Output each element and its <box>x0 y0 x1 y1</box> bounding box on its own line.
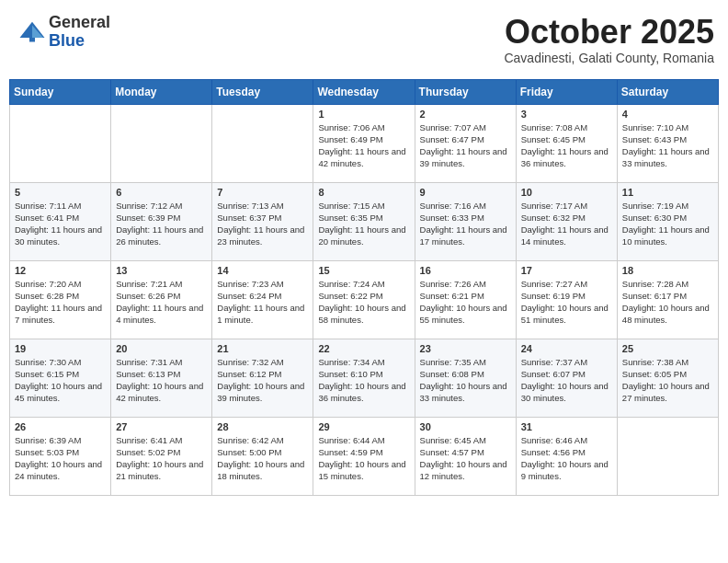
day-info: Sunrise: 7:23 AM Sunset: 6:24 PM Dayligh… <box>217 278 309 327</box>
calendar-day-cell: 1Sunrise: 7:06 AM Sunset: 6:49 PM Daylig… <box>313 104 415 182</box>
logo-general-text: General <box>49 14 110 32</box>
day-info: Sunrise: 7:08 AM Sunset: 6:45 PM Dayligh… <box>521 121 613 170</box>
day-info: Sunrise: 6:46 AM Sunset: 4:56 PM Dayligh… <box>521 434 613 483</box>
calendar-day-cell: 28Sunrise: 6:42 AM Sunset: 5:00 PM Dayli… <box>212 417 313 495</box>
day-number: 19 <box>15 343 107 354</box>
calendar-day-cell: 8Sunrise: 7:15 AM Sunset: 6:35 PM Daylig… <box>313 182 415 260</box>
day-number: 25 <box>622 343 714 354</box>
day-info: Sunrise: 6:45 AM Sunset: 4:57 PM Dayligh… <box>420 434 512 483</box>
logo-text: General Blue <box>49 14 110 51</box>
calendar-day-cell: 5Sunrise: 7:11 AM Sunset: 6:41 PM Daylig… <box>10 182 111 260</box>
day-info: Sunrise: 6:42 AM Sunset: 5:00 PM Dayligh… <box>217 434 309 483</box>
day-number: 1 <box>318 109 410 120</box>
day-number: 30 <box>420 421 512 432</box>
day-number: 22 <box>318 343 410 354</box>
calendar-day-cell: 20Sunrise: 7:31 AM Sunset: 6:13 PM Dayli… <box>111 339 212 417</box>
calendar-week-row: 19Sunrise: 7:30 AM Sunset: 6:15 PM Dayli… <box>10 339 719 417</box>
day-info: Sunrise: 7:21 AM Sunset: 6:26 PM Dayligh… <box>116 278 208 327</box>
calendar-day-cell: 2Sunrise: 7:07 AM Sunset: 6:47 PM Daylig… <box>415 104 516 182</box>
calendar-day-header: Sunday <box>10 79 111 104</box>
day-info: Sunrise: 7:15 AM Sunset: 6:35 PM Dayligh… <box>318 200 410 248</box>
day-info: Sunrise: 7:31 AM Sunset: 6:13 PM Dayligh… <box>116 356 208 405</box>
calendar-day-cell: 26Sunrise: 6:39 AM Sunset: 5:03 PM Dayli… <box>10 417 111 495</box>
page-header: General Blue October 2025 Cavadinesti, G… <box>9 9 719 70</box>
svg-rect-3 <box>29 38 35 42</box>
day-info: Sunrise: 6:44 AM Sunset: 4:59 PM Dayligh… <box>318 434 410 483</box>
month-title: October 2025 <box>504 14 714 51</box>
calendar-day-header: Friday <box>516 79 617 104</box>
day-number: 6 <box>116 187 208 198</box>
day-number: 27 <box>116 421 208 432</box>
calendar-day-cell: 31Sunrise: 6:46 AM Sunset: 4:56 PM Dayli… <box>516 417 617 495</box>
calendar-day-cell: 14Sunrise: 7:23 AM Sunset: 6:24 PM Dayli… <box>212 260 313 339</box>
day-number: 2 <box>420 109 512 120</box>
day-info: Sunrise: 7:10 AM Sunset: 6:43 PM Dayligh… <box>622 121 714 170</box>
day-number: 4 <box>622 109 714 120</box>
calendar-day-cell: 13Sunrise: 7:21 AM Sunset: 6:26 PM Dayli… <box>111 260 212 339</box>
day-number: 20 <box>116 343 208 354</box>
day-info: Sunrise: 7:20 AM Sunset: 6:28 PM Dayligh… <box>15 278 107 327</box>
day-info: Sunrise: 6:41 AM Sunset: 5:02 PM Dayligh… <box>116 434 208 483</box>
title-block: October 2025 Cavadinesti, Galati County,… <box>504 14 714 65</box>
calendar-header-row: SundayMondayTuesdayWednesdayThursdayFrid… <box>10 79 719 104</box>
day-number: 26 <box>15 421 107 432</box>
day-number: 7 <box>217 187 309 198</box>
calendar-day-cell: 11Sunrise: 7:19 AM Sunset: 6:30 PM Dayli… <box>617 182 718 260</box>
calendar-day-cell: 27Sunrise: 6:41 AM Sunset: 5:02 PM Dayli… <box>111 417 212 495</box>
calendar-day-cell: 22Sunrise: 7:34 AM Sunset: 6:10 PM Dayli… <box>313 339 415 417</box>
calendar-day-cell: 23Sunrise: 7:35 AM Sunset: 6:08 PM Dayli… <box>415 339 516 417</box>
calendar-day-cell: 17Sunrise: 7:27 AM Sunset: 6:19 PM Dayli… <box>516 260 617 339</box>
calendar-day-cell: 4Sunrise: 7:10 AM Sunset: 6:43 PM Daylig… <box>617 104 718 182</box>
day-info: Sunrise: 7:17 AM Sunset: 6:32 PM Dayligh… <box>521 200 613 248</box>
day-number: 29 <box>318 421 410 432</box>
location-text: Cavadinesti, Galati County, Romania <box>504 51 714 65</box>
calendar-day-cell: 29Sunrise: 6:44 AM Sunset: 4:59 PM Dayli… <box>313 417 415 495</box>
day-number: 15 <box>318 265 410 276</box>
logo-icon <box>18 18 46 46</box>
day-info: Sunrise: 7:34 AM Sunset: 6:10 PM Dayligh… <box>318 356 410 405</box>
calendar-day-cell: 30Sunrise: 6:45 AM Sunset: 4:57 PM Dayli… <box>415 417 516 495</box>
day-number: 16 <box>420 265 512 276</box>
day-number: 11 <box>622 187 714 198</box>
day-number: 14 <box>217 265 309 276</box>
calendar-day-header: Thursday <box>415 79 516 104</box>
day-info: Sunrise: 6:39 AM Sunset: 5:03 PM Dayligh… <box>15 434 107 483</box>
calendar-day-cell: 10Sunrise: 7:17 AM Sunset: 6:32 PM Dayli… <box>516 182 617 260</box>
calendar-day-header: Saturday <box>617 79 718 104</box>
day-info: Sunrise: 7:26 AM Sunset: 6:21 PM Dayligh… <box>420 278 512 327</box>
day-info: Sunrise: 7:19 AM Sunset: 6:30 PM Dayligh… <box>622 200 714 248</box>
logo: General Blue <box>18 14 110 51</box>
calendar-day-cell: 9Sunrise: 7:16 AM Sunset: 6:33 PM Daylig… <box>415 182 516 260</box>
day-number: 21 <box>217 343 309 354</box>
day-number: 9 <box>420 187 512 198</box>
calendar-empty-cell <box>212 104 313 182</box>
calendar-empty-cell <box>617 417 718 495</box>
day-info: Sunrise: 7:24 AM Sunset: 6:22 PM Dayligh… <box>318 278 410 327</box>
calendar-day-cell: 18Sunrise: 7:28 AM Sunset: 6:17 PM Dayli… <box>617 260 718 339</box>
calendar-week-row: 12Sunrise: 7:20 AM Sunset: 6:28 PM Dayli… <box>10 260 719 339</box>
calendar-day-cell: 15Sunrise: 7:24 AM Sunset: 6:22 PM Dayli… <box>313 260 415 339</box>
day-number: 31 <box>521 421 613 432</box>
calendar-day-cell: 16Sunrise: 7:26 AM Sunset: 6:21 PM Dayli… <box>415 260 516 339</box>
calendar-table: SundayMondayTuesdayWednesdayThursdayFrid… <box>9 79 719 496</box>
day-info: Sunrise: 7:16 AM Sunset: 6:33 PM Dayligh… <box>420 200 512 248</box>
day-number: 13 <box>116 265 208 276</box>
calendar-week-row: 1Sunrise: 7:06 AM Sunset: 6:49 PM Daylig… <box>10 104 719 182</box>
day-number: 8 <box>318 187 410 198</box>
day-info: Sunrise: 7:30 AM Sunset: 6:15 PM Dayligh… <box>15 356 107 405</box>
day-number: 23 <box>420 343 512 354</box>
calendar-week-row: 5Sunrise: 7:11 AM Sunset: 6:41 PM Daylig… <box>10 182 719 260</box>
calendar-day-cell: 7Sunrise: 7:13 AM Sunset: 6:37 PM Daylig… <box>212 182 313 260</box>
calendar-day-cell: 21Sunrise: 7:32 AM Sunset: 6:12 PM Dayli… <box>212 339 313 417</box>
day-info: Sunrise: 7:38 AM Sunset: 6:05 PM Dayligh… <box>622 356 714 405</box>
calendar-empty-cell <box>111 104 212 182</box>
day-info: Sunrise: 7:06 AM Sunset: 6:49 PM Dayligh… <box>318 121 410 170</box>
day-info: Sunrise: 7:12 AM Sunset: 6:39 PM Dayligh… <box>116 200 208 248</box>
calendar-week-row: 26Sunrise: 6:39 AM Sunset: 5:03 PM Dayli… <box>10 417 719 495</box>
calendar-day-header: Monday <box>111 79 212 104</box>
day-number: 18 <box>622 265 714 276</box>
calendar-day-header: Wednesday <box>313 79 415 104</box>
day-info: Sunrise: 7:27 AM Sunset: 6:19 PM Dayligh… <box>521 278 613 327</box>
day-number: 5 <box>15 187 107 198</box>
calendar-day-cell: 25Sunrise: 7:38 AM Sunset: 6:05 PM Dayli… <box>617 339 718 417</box>
